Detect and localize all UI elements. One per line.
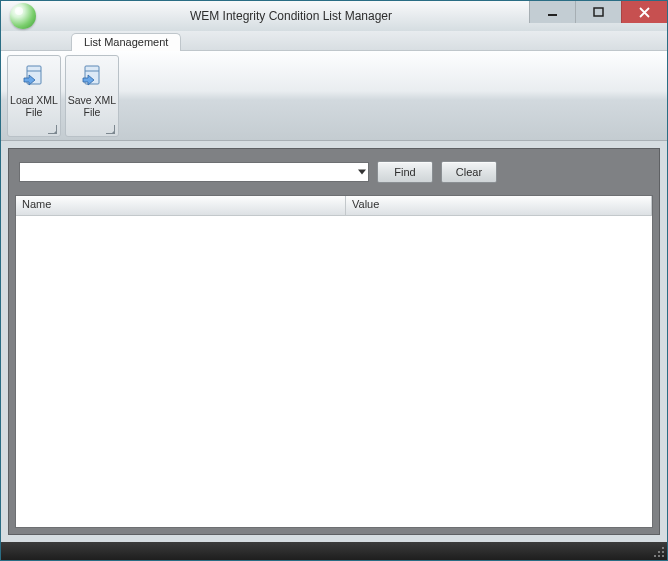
column-header-value[interactable]: Value — [346, 196, 652, 215]
titlebar: WEM Integrity Condition List Manager — [1, 1, 667, 31]
app-window: WEM Integrity Condition List Manager Lis… — [0, 0, 668, 561]
search-combo[interactable] — [19, 162, 369, 182]
save-xml-icon — [78, 62, 106, 90]
minimize-button[interactable] — [529, 1, 575, 23]
save-xml-label: Save XML File — [68, 94, 116, 118]
dialog-launcher-icon[interactable] — [48, 125, 57, 134]
svg-point-8 — [658, 555, 660, 557]
svg-point-5 — [662, 551, 664, 553]
load-xml-label: Load XML File — [10, 94, 58, 118]
save-xml-button[interactable]: Save XML File — [65, 55, 119, 137]
resize-grip[interactable] — [653, 546, 665, 558]
clear-button[interactable]: Clear — [441, 161, 497, 183]
svg-point-9 — [654, 555, 656, 557]
svg-point-4 — [662, 547, 664, 549]
content-area: Find Clear Name Value — [1, 141, 667, 542]
window-controls — [529, 1, 667, 23]
statusbar — [1, 542, 667, 560]
chevron-down-icon — [358, 170, 366, 175]
search-row: Find Clear — [9, 149, 659, 195]
maximize-icon — [593, 7, 604, 18]
results-list: Name Value — [15, 195, 653, 528]
list-header: Name Value — [16, 196, 652, 216]
dialog-launcher-icon[interactable] — [106, 125, 115, 134]
minimize-icon — [547, 7, 558, 18]
app-icon — [10, 3, 36, 29]
load-xml-button[interactable]: Load XML File — [7, 55, 61, 137]
ribbon: Load XML File Save XML File — [1, 51, 667, 141]
app-menu-button[interactable] — [1, 1, 45, 31]
svg-rect-0 — [548, 14, 557, 16]
find-button[interactable]: Find — [377, 161, 433, 183]
svg-point-7 — [662, 555, 664, 557]
load-xml-icon — [20, 62, 48, 90]
maximize-button[interactable] — [575, 1, 621, 23]
window-title: WEM Integrity Condition List Manager — [45, 9, 537, 23]
close-icon — [639, 7, 650, 18]
tab-list-management[interactable]: List Management — [71, 33, 181, 51]
ribbon-tabstrip: List Management — [1, 31, 667, 51]
list-body[interactable] — [16, 216, 652, 527]
svg-rect-1 — [594, 8, 603, 16]
list-panel: Find Clear Name Value — [8, 148, 660, 535]
column-header-name[interactable]: Name — [16, 196, 346, 215]
svg-point-6 — [658, 551, 660, 553]
close-button[interactable] — [621, 1, 667, 23]
